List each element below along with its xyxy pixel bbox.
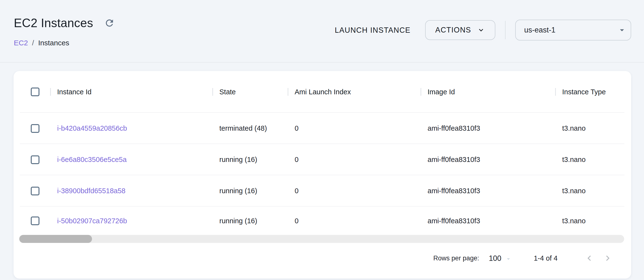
row-checkbox[interactable] (31, 124, 40, 133)
column-header-ami-launch-index[interactable]: Ami Launch Index (288, 71, 420, 113)
previous-page-button[interactable] (584, 253, 595, 264)
rows-per-page-label: Rows per page: (433, 254, 479, 262)
table-row: i-38900bdfd65518a58 running (16) 0 ami-f… (14, 175, 631, 206)
select-all-cell (31, 88, 50, 96)
row-checkbox[interactable] (31, 155, 40, 164)
page-title: EC2 Instances (14, 17, 93, 29)
row-checkbox-cell (31, 187, 50, 195)
launch-instance-button[interactable]: LAUNCH INSTANCE (335, 27, 410, 34)
pagination-range: 1-4 of 4 (534, 254, 558, 262)
column-header-image-id[interactable]: Image Id (420, 71, 555, 113)
header-divider (0, 62, 644, 63)
instance-id-link[interactable]: i-6e6a80c3506e5ce5a (50, 156, 212, 164)
pagination-bar: Rows per page: 100 1-4 of 4 (433, 252, 613, 264)
state-cell: running (16) (212, 217, 288, 225)
breadcrumb-current: Instances (38, 39, 69, 47)
ami-launch-index-cell: 0 (288, 156, 420, 164)
breadcrumb-ec2-link[interactable]: EC2 (14, 39, 28, 47)
refresh-icon (104, 18, 115, 28)
image-id-cell: ami-ff0fea8310f3 (420, 124, 555, 132)
row-checkbox-cell (31, 155, 50, 164)
next-page-button[interactable] (602, 253, 613, 264)
ami-launch-index-cell: 0 (288, 187, 420, 195)
chevron-down-icon (477, 26, 485, 34)
actions-button-label: ACTIONS (435, 26, 471, 35)
rows-per-page-value: 100 (489, 254, 502, 262)
image-id-cell: ami-ff0fea8310f3 (420, 156, 555, 164)
ami-launch-index-cell: 0 (288, 124, 420, 132)
table-row: i-b420a4559a20856cb terminated (48) 0 am… (14, 113, 631, 144)
row-checkbox[interactable] (31, 187, 40, 195)
dropdown-caret-icon (505, 255, 512, 262)
instance-type-cell: t3.nano (555, 124, 631, 132)
column-header-instance-type[interactable]: Instance Type (555, 71, 631, 113)
rows-per-page-select[interactable]: 100 (489, 254, 512, 262)
ami-launch-index-cell: 0 (288, 217, 420, 225)
breadcrumb-separator: / (32, 39, 34, 47)
state-cell: running (16) (212, 156, 288, 164)
instance-id-link[interactable]: i-b420a4559a20856cb (50, 124, 212, 132)
table-row: i-6e6a80c3506e5ce5a running (16) 0 ami-f… (14, 144, 631, 175)
refresh-button[interactable] (104, 18, 115, 29)
breadcrumb: EC2 / Instances (14, 39, 69, 47)
column-header-instance-id[interactable]: Instance Id (50, 71, 212, 113)
chevron-left-icon (584, 253, 594, 263)
region-select[interactable]: us-east-1 (515, 20, 631, 41)
row-checkbox-cell (31, 216, 50, 225)
chevron-right-icon (602, 253, 613, 263)
actions-button[interactable]: ACTIONS (425, 20, 495, 40)
image-id-cell: ami-ff0fea8310f3 (420, 217, 555, 225)
instance-type-cell: t3.nano (555, 156, 631, 164)
state-cell: terminated (48) (212, 124, 288, 132)
instances-table-card: Instance Id State Ami Launch Index Image… (14, 71, 631, 278)
table-header-row: Instance Id State Ami Launch Index Image… (14, 71, 631, 113)
instance-type-cell: t3.nano (555, 217, 631, 225)
instance-id-link[interactable]: i-38900bdfd65518a58 (50, 187, 212, 195)
page-header: EC2 Instances EC2 / Instances LAUNCH INS… (0, 0, 644, 62)
image-id-cell: ami-ff0fea8310f3 (420, 187, 555, 195)
dropdown-caret-icon (617, 25, 627, 35)
column-header-state[interactable]: State (212, 71, 288, 113)
horizontal-scrollbar-thumb[interactable] (19, 235, 92, 243)
toolbar-divider (505, 21, 506, 39)
horizontal-scrollbar-track[interactable] (19, 235, 624, 243)
table-row: i-50b02907ca792726b running (16) 0 ami-f… (14, 206, 631, 235)
select-all-checkbox[interactable] (31, 88, 40, 96)
row-checkbox-cell (31, 124, 50, 133)
state-cell: running (16) (212, 187, 288, 195)
instance-id-link[interactable]: i-50b02907ca792726b (50, 217, 212, 225)
row-checkbox[interactable] (31, 216, 40, 225)
region-select-value: us-east-1 (524, 26, 556, 35)
instance-type-cell: t3.nano (555, 187, 631, 195)
toolbar: LAUNCH INSTANCE ACTIONS us-east-1 (335, 20, 631, 40)
